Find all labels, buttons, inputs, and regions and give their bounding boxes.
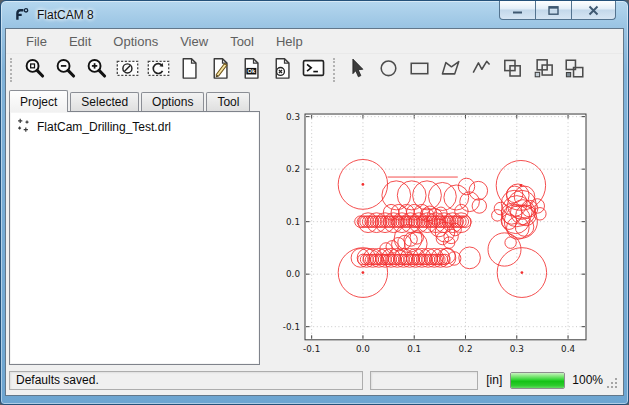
resize-grip-icon[interactable] xyxy=(607,378,618,389)
new-project-icon xyxy=(177,56,202,85)
menu-item-view[interactable]: View xyxy=(169,31,219,52)
drill-object-icon xyxy=(16,117,31,136)
maximize-button[interactable] xyxy=(535,1,572,20)
replot-button[interactable] xyxy=(143,56,174,84)
svg-text:0.1: 0.1 xyxy=(286,217,300,227)
caption-button-group xyxy=(500,1,616,20)
minimize-icon xyxy=(511,5,524,15)
open-gcode-button[interactable] xyxy=(298,56,329,84)
minimize-button[interactable] xyxy=(499,1,536,20)
open-gcode-icon xyxy=(301,56,326,85)
new-project-button[interactable] xyxy=(174,56,205,84)
plot-canvas[interactable]: -0.10.00.10.20.30.4-0.10.00.10.20.3 xyxy=(264,111,620,365)
shape-move-button[interactable] xyxy=(559,56,590,84)
svg-text:0.1: 0.1 xyxy=(407,344,421,354)
svg-text:0.0: 0.0 xyxy=(286,269,300,279)
svg-text:0.4: 0.4 xyxy=(561,344,575,354)
menu-item-file[interactable]: File xyxy=(15,31,58,52)
maximize-icon xyxy=(547,5,560,16)
window-title: FlatCAM 8 xyxy=(37,8,94,22)
flatcam-logo-icon xyxy=(13,6,30,23)
project-tree-panel[interactable]: FlatCam_Drilling_Test.drl xyxy=(9,111,260,365)
open-excellon-button[interactable] xyxy=(267,56,298,84)
draw-circle-button[interactable] xyxy=(373,56,404,84)
replot-icon xyxy=(146,56,171,85)
svg-text:0.3: 0.3 xyxy=(510,344,524,354)
svg-text:-0.1: -0.1 xyxy=(303,344,320,354)
zoom-in-icon xyxy=(84,56,109,85)
zoom-fit-button[interactable] xyxy=(19,56,50,84)
open-excellon-icon xyxy=(270,56,295,85)
tab-options[interactable]: Options xyxy=(141,92,204,111)
svg-text:0.2: 0.2 xyxy=(286,164,300,174)
title-bar[interactable]: FlatCAM 8 xyxy=(5,1,624,28)
status-message: Defaults saved. xyxy=(9,371,363,390)
main-area: FlatCam_Drilling_Test.drl -0.10.00.10.20… xyxy=(6,111,623,368)
select-icon xyxy=(345,56,370,85)
close-button[interactable] xyxy=(571,1,616,20)
svg-text:0.2: 0.2 xyxy=(459,344,473,354)
tab-project[interactable]: Project xyxy=(9,90,68,112)
draw-circle-icon xyxy=(376,56,401,85)
units-label: [in] xyxy=(485,373,503,387)
draw-polyline-button[interactable] xyxy=(466,56,497,84)
shape-union-button[interactable] xyxy=(497,56,528,84)
svg-text:0.0: 0.0 xyxy=(356,344,370,354)
svg-text:0.3: 0.3 xyxy=(286,112,300,122)
menu-item-edit[interactable]: Edit xyxy=(58,31,102,52)
status-bar: Defaults saved. [in] 100% xyxy=(6,368,623,395)
draw-polygon-button[interactable] xyxy=(435,56,466,84)
open-project-button[interactable] xyxy=(205,56,236,84)
draw-rectangle-button[interactable] xyxy=(404,56,435,84)
svg-text:-0.1: -0.1 xyxy=(283,322,300,332)
menu-item-help[interactable]: Help xyxy=(265,31,314,52)
flatcam-window: FlatCAM 8 FileEditOptionsViewToolHelp Ok… xyxy=(0,0,629,405)
toolbar-drag-handle[interactable] xyxy=(333,58,339,82)
close-icon xyxy=(587,5,600,16)
menu-item-tool[interactable]: Tool xyxy=(219,31,265,52)
tab-selected[interactable]: Selected xyxy=(70,92,139,111)
zoom-out-button[interactable] xyxy=(50,56,81,84)
tab-bar: ProjectSelectedOptionsTool xyxy=(6,86,623,111)
tab-tool[interactable]: Tool xyxy=(206,92,250,111)
shape-union-icon xyxy=(500,56,525,85)
open-gerber-icon: Ok xyxy=(239,56,264,85)
plot-panel: -0.10.00.10.20.30.4-0.10.00.10.20.3 xyxy=(264,111,620,365)
zoom-fit-icon xyxy=(22,56,47,85)
shape-copy-button[interactable] xyxy=(528,56,559,84)
clear-plot-button[interactable] xyxy=(112,56,143,84)
client-area: FileEditOptionsViewToolHelp Ok ProjectSe… xyxy=(5,28,624,396)
draw-polyline-icon xyxy=(469,56,494,85)
menu-item-options[interactable]: Options xyxy=(102,31,169,52)
open-project-icon xyxy=(208,56,233,85)
status-aux-panel xyxy=(370,371,478,390)
toolbar-drag-handle[interactable] xyxy=(10,58,16,82)
tree-item[interactable]: FlatCam_Drilling_Test.drl xyxy=(10,112,259,136)
zoom-out-icon xyxy=(53,56,78,85)
progress-fill xyxy=(511,373,564,388)
draw-rectangle-icon xyxy=(407,56,432,85)
shape-copy-icon xyxy=(531,56,556,85)
menu-bar: FileEditOptionsViewToolHelp xyxy=(6,29,623,53)
toolbar: Ok xyxy=(6,53,623,86)
progress-bar xyxy=(510,372,565,389)
progress-percent: 100% xyxy=(572,373,603,387)
draw-polygon-icon xyxy=(438,56,463,85)
tree-item-label: FlatCam_Drilling_Test.drl xyxy=(37,120,171,134)
clear-plot-icon xyxy=(115,56,140,85)
open-gerber-button[interactable]: Ok xyxy=(236,56,267,84)
zoom-in-button[interactable] xyxy=(81,56,112,84)
svg-text:Ok: Ok xyxy=(248,68,256,74)
shape-move-icon xyxy=(562,56,587,85)
select-button[interactable] xyxy=(342,56,373,84)
